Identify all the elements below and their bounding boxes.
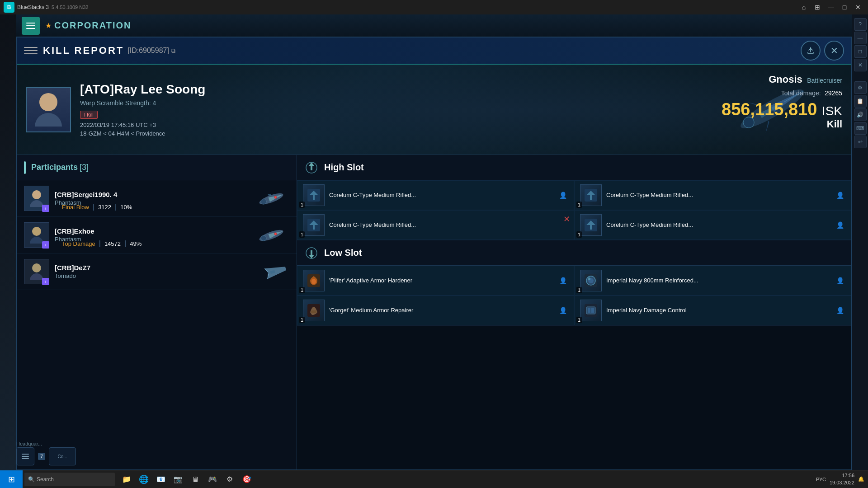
- chrome-icon[interactable]: 🌐: [136, 471, 152, 488]
- header-bar-accent: [24, 161, 26, 174]
- home-button[interactable]: ⌂: [797, 1, 810, 14]
- corp-icon-1: i: [42, 205, 49, 212]
- stat-damage-1: 3122: [98, 204, 111, 211]
- sidebar-btn-3[interactable]: □: [854, 45, 867, 58]
- sidebar-btn-9[interactable]: ↩: [854, 136, 867, 148]
- participant-ship-img-3: [253, 258, 289, 285]
- low-item-icon-4: [580, 300, 602, 321]
- corp-title: CORPORATION: [54, 20, 132, 31]
- corp-menu-button[interactable]: [22, 17, 40, 35]
- low-item-qty-3: 1: [299, 317, 305, 323]
- app-icon-5[interactable]: ⚙: [222, 471, 238, 488]
- taskbar-notification[interactable]: 🔔: [858, 476, 864, 482]
- slots-panel: High Slot 1 Corelum C-Type Medium Ri: [297, 155, 851, 469]
- app-icon-4[interactable]: 🎮: [204, 471, 221, 488]
- low-slot-item-1[interactable]: 1 'Pilfer' Adaptive Armor Hardener 👤: [297, 266, 574, 296]
- participant-ship-img-2: [253, 221, 289, 249]
- copy-icon[interactable]: ⧉: [171, 47, 175, 55]
- kill-report-panel: KILL REPORT [ID:6905987] ⧉ ✕: [16, 37, 852, 470]
- file-explorer-icon[interactable]: 📁: [118, 471, 135, 488]
- overlay-menu-button[interactable]: [16, 447, 34, 465]
- sidebar-btn-6[interactable]: 📋: [854, 95, 867, 108]
- kill-report-id: [ID:6905987]: [127, 47, 169, 55]
- stat-pct-1: 10%: [120, 204, 132, 211]
- sidebar-btn-8[interactable]: ⌨: [854, 122, 867, 135]
- notification-badge: 7: [38, 453, 45, 460]
- item-name-3: Corelum C-Type Medium Rifled...: [329, 221, 568, 229]
- bluestacks-logo: B: [4, 2, 14, 13]
- taskbar-pinned-icons: 📁 🌐 📧 📷 🖥 🎮 ⚙ 🎯: [118, 471, 255, 488]
- taskbar-right: РУС 17:56 19.03.2022 🔔: [816, 472, 868, 486]
- overlay-controls: 7 Co...: [16, 447, 76, 465]
- person-icon-4: 👤: [835, 220, 845, 230]
- kill-badge: I Kill: [80, 111, 98, 119]
- start-button[interactable]: ⊞: [0, 470, 23, 488]
- participants-count: [3]: [80, 163, 89, 172]
- kill-stats: Gnosis Battlecruiser Total damage: 29265…: [722, 74, 842, 130]
- stat-label-2: Top Damage: [62, 240, 95, 247]
- item-icon-3: [303, 214, 325, 236]
- kill-report-header: KILL REPORT [ID:6905987] ⧉ ✕: [17, 38, 851, 65]
- kill-type: Kill: [722, 118, 842, 130]
- low-person-icon-2: 👤: [835, 275, 845, 286]
- sidebar-btn-1[interactable]: ?: [854, 18, 867, 31]
- multi-instance-button[interactable]: ⊞: [811, 1, 824, 14]
- game-window: ? — □ ✕ ⚙ 📋 🔊 ⌨ ↩ ★ CORPORATION: [0, 14, 868, 470]
- maximize-button[interactable]: □: [838, 1, 851, 14]
- participant-info-1: [CRB]Sergei1990. 4 Phantasm Final Blow |…: [55, 191, 253, 206]
- total-damage-label: Total damage:: [781, 89, 821, 97]
- app-icon-1[interactable]: 📧: [153, 471, 169, 488]
- participants-header: Participants [3]: [17, 155, 297, 180]
- low-item-name-3: 'Gorget' Medium Armor Repairer: [329, 307, 557, 314]
- item-icon-1: [303, 184, 325, 206]
- kill-date: 2022/03/19 17:45:16 UTC +3: [80, 122, 693, 128]
- isk-unit: ISK: [822, 104, 842, 118]
- total-damage-value: 29265: [825, 89, 842, 97]
- taskbar-clock: 17:56 19.03.2022: [830, 472, 854, 486]
- corp-overlay-label[interactable]: Co...: [49, 447, 76, 465]
- participant-name-1: [CRB]Sergei1990. 4: [55, 191, 253, 198]
- taskbar-search[interactable]: 🔍 Search: [24, 473, 115, 486]
- low-item-qty-1: 1: [299, 287, 305, 293]
- stat-pct-2: 49%: [130, 240, 142, 247]
- app-icon-2[interactable]: 📷: [170, 471, 186, 488]
- low-item-qty-4: 1: [576, 317, 582, 323]
- close-window-button[interactable]: ✕: [852, 1, 864, 14]
- participant-row[interactable]: i [CRB]Sergei1990. 4 Phantasm Final Blow…: [17, 180, 297, 217]
- high-slot-title: High Slot: [324, 162, 364, 173]
- bottom-left-labels: Headquar...: [16, 441, 42, 446]
- sidebar-btn-4[interactable]: ✕: [854, 59, 867, 71]
- svg-rect-38: [588, 308, 590, 313]
- participants-panel: Participants [3] i [CRB]Sergei1990. 4 P: [17, 155, 297, 469]
- low-item-name-2: Imperial Navy 800mm Reinforced...: [606, 277, 835, 285]
- close-report-button[interactable]: ✕: [824, 41, 844, 61]
- kill-report-hero: [ATO]Ray Lee Soong Warp Scramble Strengt…: [17, 65, 851, 155]
- low-item-icon-3: [303, 300, 325, 321]
- participant-row[interactable]: i [CRB]Exhoe Phantasm Top Damage | 14572…: [17, 217, 297, 253]
- minimize-button[interactable]: —: [825, 1, 837, 14]
- export-button[interactable]: [801, 41, 821, 61]
- high-slot-item-4[interactable]: 1 Corelum C-Type Medium Rifled... 👤: [574, 210, 851, 240]
- participant-info-2: [CRB]Exhoe Phantasm Top Damage | 14572 |…: [55, 227, 253, 243]
- high-slot-item-3[interactable]: 1 Corelum C-Type Medium Rifled... ✕: [297, 210, 574, 240]
- svg-point-33: [588, 277, 590, 280]
- high-slot-item-2[interactable]: 1 Corelum C-Type Medium Rifled... 👤: [574, 180, 851, 210]
- kr-menu-icon[interactable]: [24, 44, 38, 57]
- ship-name: Gnosis: [769, 74, 802, 85]
- taskbar-lang: РУС: [816, 477, 826, 482]
- right-sidebar: ? — □ ✕ ⚙ 📋 🔊 ⌨ ↩: [852, 14, 868, 470]
- sidebar-btn-2[interactable]: —: [854, 32, 867, 44]
- low-slot-item-4[interactable]: 1 Imperial Navy Damage Control 👤: [574, 296, 851, 325]
- avatar-head: [39, 93, 57, 111]
- app-icon-3[interactable]: 🖥: [187, 471, 203, 488]
- app-icon-6[interactable]: 🎯: [239, 471, 255, 488]
- high-slot-header: High Slot: [297, 155, 851, 180]
- low-slot-item-2[interactable]: 1 Imperial Navy 800mm Reinforced... 👤: [574, 266, 851, 296]
- low-slot-item-3[interactable]: 1 'Gorget' Medium Armor Repairer 👤: [297, 296, 574, 325]
- victim-info: [ATO]Ray Lee Soong Warp Scramble Strengt…: [80, 82, 693, 137]
- sidebar-btn-5[interactable]: ⚙: [854, 81, 867, 94]
- participant-row[interactable]: i [CRB]DeZ7 Tornado: [17, 253, 297, 290]
- item-qty-2: 1: [576, 202, 582, 208]
- high-slot-item-1[interactable]: 1 Corelum C-Type Medium Rifled... 👤: [297, 180, 574, 210]
- sidebar-btn-7[interactable]: 🔊: [854, 108, 867, 121]
